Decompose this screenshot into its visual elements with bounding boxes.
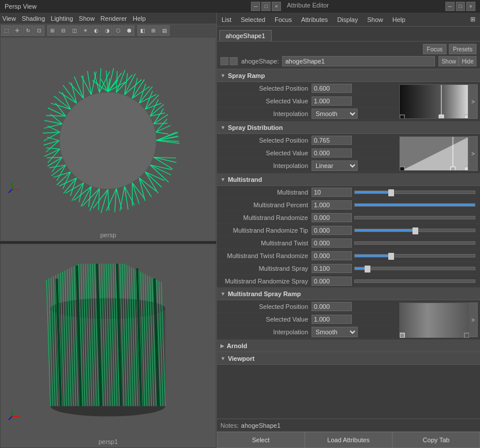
svg-point-1 [59,92,156,189]
tb-scale-icon[interactable]: ⊡ [34,25,44,36]
spray-dist-preview[interactable] [399,136,468,171]
vp-menu-show[interactable]: Show [79,15,95,22]
ae-menu-help[interactable]: Help [390,15,408,24]
ms-spray-ramp-nav-btn[interactable]: > [468,303,478,337]
multistrand-slider-4[interactable] [354,241,475,245]
shape-label: ahogeShape: [241,58,279,65]
ae-minimize-btn[interactable]: ─ [445,2,455,11]
presets-button[interactable]: Presets [449,44,477,54]
spray-dist-sel-pos-label: Selected Position [219,137,312,144]
multistrand-input-6[interactable] [312,264,352,273]
tb-move-icon[interactable]: ✛ [12,25,22,36]
tb-camera-icon[interactable]: ◫ [69,25,80,36]
ms-spray-ramp-sel-val-label: Selected Value [219,316,312,323]
spray-dist-nav-btn[interactable]: > [468,136,478,171]
ae-menu-selected[interactable]: Selected [238,15,268,24]
multistrand-input-2[interactable] [312,213,352,222]
multistrand-row-0: Multistrand [217,186,480,199]
attr-icon-box-1[interactable] [220,57,228,65]
spray-dist-header[interactable]: ▼ Spray Distribution [217,121,480,134]
vp-menu-lighting[interactable]: Lighting [51,15,73,22]
ms-spray-ramp-header[interactable]: ▼ Multistrand Spray Ramp [217,288,480,300]
multistrand-input-1[interactable] [312,200,352,210]
multistrand-slider-3[interactable] [354,229,475,232]
arnold-header[interactable]: ▶ Arnold [217,339,480,352]
multistrand-input-5[interactable] [312,251,352,260]
tb-iso-icon[interactable]: ◧ [137,25,148,36]
multistrand-input-0[interactable] [312,188,352,197]
tb-snap-icon[interactable]: ⊞ [47,25,58,36]
vp-menu-shading[interactable]: Shading [22,15,45,22]
ae-close-btn[interactable]: × [466,2,475,11]
spray-ramp-interp-select[interactable]: Smooth None Linear Spline [312,109,358,119]
ae-menu-attributes[interactable]: Attributes [299,15,330,24]
viewport-header[interactable]: ▼ Viewport [217,352,480,365]
multistrand-slider-6[interactable] [354,267,475,270]
multistrand-slider-7[interactable] [354,279,475,283]
multistrand-slider-1[interactable] [354,203,475,207]
ae-maximize-btn[interactable]: □ [456,2,465,11]
vp-menu-renderer[interactable]: Renderer [100,15,127,22]
spray-dist-content: Selected Position Selected Value Interpo… [217,134,480,173]
multistrand-label-2: Multistrand Randomize [219,214,312,221]
tb-shade1-icon[interactable]: ◐ [91,25,102,36]
spray-ramp-nav-btn[interactable]: > [468,84,478,119]
attr-editor-title: Attribute Editor [287,2,329,11]
ae-menu-show[interactable]: Show [365,15,385,24]
ms-spray-ramp-preview-wrapper: > [397,300,480,339]
multistrand-input-7[interactable] [312,277,352,286]
persp-win-buttons[interactable]: ─ □ × Attribute Editor ─ □ × [251,2,475,11]
ae-pin-icon[interactable]: ⊞ [468,14,478,24]
multistrand-slider-0[interactable] [354,191,475,194]
ms-spray-ramp-preview[interactable] [399,303,468,337]
shape-input[interactable] [282,56,435,66]
persp-maximize-btn[interactable]: □ [261,2,271,11]
multistrand-slider-2[interactable] [354,216,475,219]
tb-select-icon[interactable]: ⬚ [1,25,12,36]
multistrand-input-3[interactable] [312,226,352,235]
ms-spray-ramp-interp-select[interactable]: Smooth None Linear Spline [312,327,358,337]
spray-ramp-sel-pos-input[interactable] [312,84,352,93]
multistrand-header[interactable]: ▼ Multistrand [217,173,480,186]
spray-ramp-interp-label: Interpolation [219,110,312,117]
vp-label-persp1: persp1 [99,438,118,445]
vp-panel-persp1[interactable]: persp1 [0,244,216,448]
tb-hud-icon[interactable]: ▤ [159,25,170,36]
ae-tab-ahogeshape1[interactable]: ahogeShape1 [219,30,272,41]
persp-close-btn[interactable]: × [272,2,281,11]
ae-content[interactable]: ▼ Spray Ramp Selected Position Selected … [217,69,480,419]
tb-light-icon[interactable]: ☀ [80,25,91,36]
persp-minimize-btn[interactable]: ─ [251,2,260,11]
focus-button[interactable]: Focus [423,44,447,54]
tb-rotate-icon[interactable]: ↻ [23,25,33,36]
spray-dist-sel-pos-input[interactable] [312,136,352,145]
show-button[interactable]: Show [438,56,459,66]
tb-grid-icon[interactable]: ⊟ [58,25,69,36]
multistrand-input-4[interactable] [312,238,352,248]
spray-ramp-sel-val-input[interactable] [312,96,352,106]
copy-tab-button[interactable]: Copy Tab [392,432,480,448]
attr-icon-box-2[interactable] [230,57,238,65]
spray-ramp-header[interactable]: ▼ Spray Ramp [217,69,480,82]
tb-shade2-icon[interactable]: ◑ [102,25,112,36]
tb-panels-icon[interactable]: ⊞ [148,25,159,36]
multistrand-slider-5[interactable] [354,254,475,257]
ms-spray-ramp-sel-val-input[interactable] [312,315,352,324]
svg-rect-186 [464,115,468,119]
select-button[interactable]: Select [217,432,305,448]
spray-dist-sel-val-input[interactable] [312,148,352,158]
spray-dist-interp-select[interactable]: Linear None Smooth Spline [312,160,358,171]
tb-smooth-icon[interactable]: ⬢ [124,25,134,36]
hide-button[interactable]: Hide [459,56,477,66]
vp-menu-help[interactable]: Help [133,15,146,22]
ms-spray-ramp-sel-pos-input[interactable] [312,302,352,311]
ae-btn-row: Select Load Attributes Copy Tab [217,432,480,448]
ae-menu-focus[interactable]: Focus [272,15,294,24]
ae-menu-list[interactable]: List [219,15,234,24]
ae-menu-display[interactable]: Display [335,15,360,24]
load-attributes-button[interactable]: Load Attributes [305,432,392,448]
vp-panel-persp[interactable]: // We'll generate these in the SVG manua… [0,37,216,241]
spray-ramp-preview[interactable] [399,84,468,119]
vp-menu-view[interactable]: View [2,15,16,22]
tb-wire-icon[interactable]: ⬡ [113,25,123,36]
